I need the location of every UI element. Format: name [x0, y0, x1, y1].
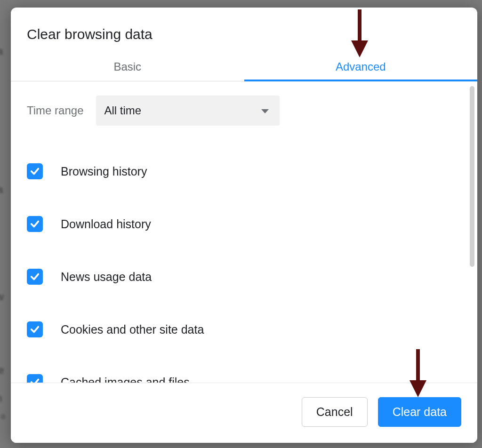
option-label: Cached images and files — [61, 376, 190, 383]
clear-data-button-label: Clear data — [393, 405, 447, 418]
cancel-button[interactable]: Cancel — [302, 397, 368, 427]
time-range-value: All time — [104, 104, 142, 117]
option-label: News usage data — [61, 270, 152, 284]
option-row: Cached images and files — [27, 365, 461, 383]
tab-basic-label: Basic — [113, 60, 141, 73]
checkbox[interactable] — [27, 269, 43, 285]
option-row: Download history — [27, 207, 461, 241]
tab-advanced-label: Advanced — [336, 60, 386, 73]
dialog-body: Time range All time Browsing historyDown… — [11, 81, 477, 383]
option-label: Cookies and other site data — [61, 323, 204, 336]
tabs: Basic Advanced — [11, 54, 477, 81]
chevron-down-icon — [261, 104, 269, 117]
option-row: Browsing history — [27, 154, 461, 189]
dialog-footer: Cancel Clear data — [11, 383, 477, 443]
scrollbar-thumb[interactable] — [470, 86, 474, 267]
clear-data-button[interactable]: Clear data — [378, 397, 461, 427]
time-range-row: Time range All time — [27, 96, 461, 126]
scrollbar[interactable] — [470, 86, 474, 378]
option-label: Browsing history — [61, 165, 147, 178]
option-row: Cookies and other site data — [27, 312, 461, 347]
option-row: News usage data — [27, 259, 461, 294]
option-label: Download history — [61, 217, 151, 231]
checkbox[interactable] — [27, 163, 43, 179]
tab-basic[interactable]: Basic — [11, 54, 244, 81]
cancel-button-label: Cancel — [316, 405, 353, 418]
checkbox[interactable] — [27, 374, 43, 383]
options-scroll-area[interactable]: Time range All time Browsing historyDown… — [11, 81, 477, 383]
time-range-select[interactable]: All time — [96, 96, 280, 126]
clear-browsing-data-dialog: Clear browsing data Basic Advanced Time … — [11, 8, 477, 443]
dialog-title: Clear browsing data — [11, 8, 477, 42]
checkbox[interactable] — [27, 321, 43, 337]
checkbox[interactable] — [27, 216, 43, 232]
time-range-label: Time range — [27, 104, 84, 117]
tab-advanced[interactable]: Advanced — [244, 54, 478, 81]
